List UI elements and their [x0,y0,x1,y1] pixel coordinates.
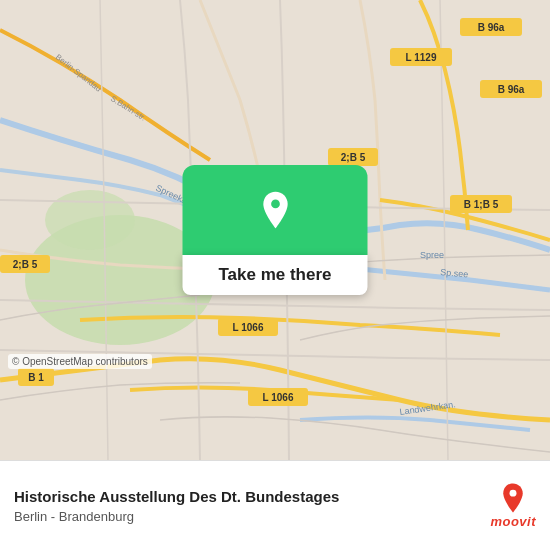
action-overlay: Take me there [183,165,368,295]
place-name: Historische Ausstellung Des Dt. Bundesta… [14,487,480,507]
svg-text:B 96a: B 96a [478,22,505,33]
map-view: B 96a B 96a L 1129 2;B 5 B 1;B 5 2;B 5 L… [0,0,550,460]
moovit-brand-text: moovit [490,514,536,529]
moovit-pin-icon [497,482,529,514]
svg-point-29 [510,490,517,497]
location-pin-icon [255,190,295,230]
svg-text:B 1: B 1 [28,372,44,383]
place-info: Historische Ausstellung Des Dt. Bundesta… [14,487,480,524]
svg-text:L 1129: L 1129 [406,52,437,63]
svg-text:B 1;B 5: B 1;B 5 [464,199,499,210]
take-me-there-button[interactable]: Take me there [183,255,368,295]
svg-text:2;B 5: 2;B 5 [341,152,366,163]
place-location: Berlin - Brandenburg [14,509,480,524]
moovit-logo: moovit [490,482,536,529]
svg-text:Spree: Spree [420,250,444,260]
info-bar: Historische Ausstellung Des Dt. Bundesta… [0,460,550,550]
svg-text:L 1066: L 1066 [263,392,294,403]
svg-point-28 [271,200,280,209]
svg-text:L 1066: L 1066 [233,322,264,333]
svg-text:B 96a: B 96a [498,84,525,95]
svg-text:2;B 5: 2;B 5 [13,259,38,270]
osm-attribution: © OpenStreetMap contributors [8,354,152,369]
svg-point-2 [45,190,135,250]
green-card [183,165,368,255]
